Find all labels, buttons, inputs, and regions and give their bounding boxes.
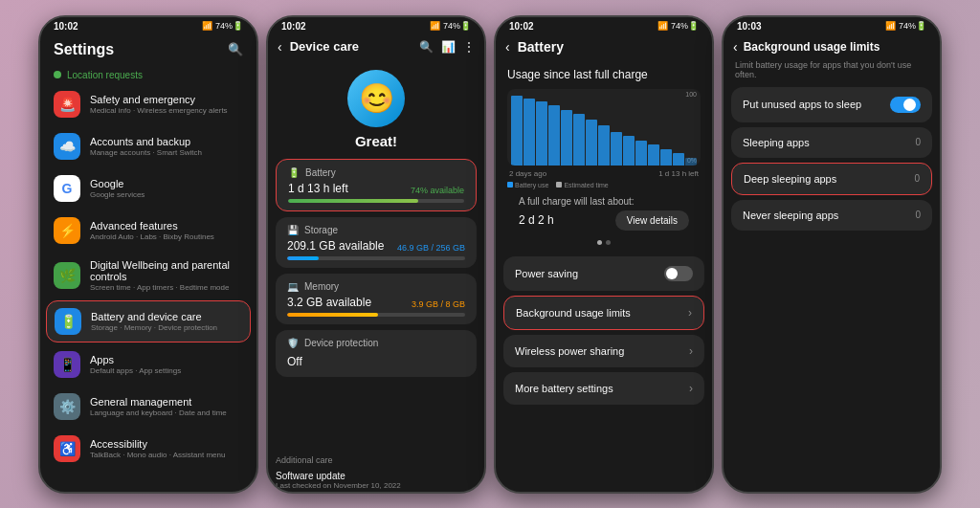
software-update[interactable]: Software update Last checked on November… (268, 469, 484, 492)
storage-progress-bg (287, 256, 465, 260)
view-details-button[interactable]: View details (615, 210, 689, 231)
screen-battery: ‹ Battery Usage since last full charge 1… (496, 33, 712, 492)
settings-item-accounts[interactable]: ☁️ Accounts and backup Manage accounts ·… (46, 126, 251, 166)
search-icon-2[interactable]: 🔍 (419, 40, 434, 54)
unused-sleep-toggle[interactable] (890, 97, 921, 113)
usage-title: Usage since last full charge (507, 68, 701, 81)
screen-device-care: ‹ Device care 🔍 📊 ⋮ 😊 Great! 🔋 Battery (268, 33, 484, 492)
accounts-text: Accounts and backup Manage accounts · Sm… (90, 136, 243, 157)
apps-title: Apps (90, 354, 243, 365)
bul-item-deep-sleeping[interactable]: Deep sleeping apps 0 (731, 163, 932, 195)
care-protection-icon: 🛡️ (287, 338, 299, 348)
back-arrow-2[interactable]: ‹ (278, 39, 282, 55)
google-icon: G (54, 175, 80, 202)
bar-14 (673, 153, 684, 165)
wireless-arrow: › (689, 344, 693, 358)
back-arrow-3[interactable]: ‹ (505, 39, 510, 55)
more-battery-label: More battery settings (515, 383, 613, 394)
bul-item-sleeping[interactable]: Sleeping apps 0 (731, 127, 932, 158)
settings-item-battery[interactable]: 🔋 Battery and device care Storage · Memo… (46, 300, 251, 342)
status-bar-4: 10:03 📶 74%🔋 (724, 17, 940, 33)
google-text: Google Google services (90, 178, 243, 199)
settings-item-apps[interactable]: 📱 Apps Default apps · App settings (46, 344, 251, 385)
deep-sleeping-count: 0 (914, 173, 920, 184)
care-item-protection[interactable]: 🛡️ Device protection Off (276, 330, 477, 377)
bar-6 (573, 114, 585, 165)
care-storage-icon: 💾 (287, 225, 299, 235)
bul-label: Background usage limits (516, 307, 631, 319)
status-icons-4: 📶 74%🔋 (885, 21, 926, 31)
page-dots (507, 236, 701, 249)
chart-time: 2 days ago 1 d 13 h left (507, 169, 701, 178)
power-saving-toggle[interactable] (664, 266, 693, 281)
more-icon[interactable]: ⋮ (463, 40, 475, 54)
battery-options: Power saving Background usage limits › W… (496, 253, 712, 413)
sleeping-label: Sleeping apps (743, 137, 810, 148)
battery-option-more[interactable]: More battery settings › (503, 372, 704, 405)
settings-item-digital[interactable]: 🌿 Digital Wellbeing and parental control… (46, 253, 251, 298)
chart-area: 100 0% (507, 89, 701, 166)
general-icon: ⚙️ (54, 393, 80, 420)
bul-arrow: › (688, 306, 692, 320)
digital-icon: 🌿 (54, 262, 80, 289)
settings-item-advanced[interactable]: ⚡ Advanced features Android Auto · Labs … (46, 210, 251, 251)
digital-title: Digital Wellbeing and parental controls (90, 259, 243, 282)
settings-item-accessibility[interactable]: ♿ Accessibility TalkBack · Mono audio · … (46, 429, 251, 469)
bar-15 (685, 158, 697, 166)
care-battery-icon: 🔋 (288, 167, 300, 178)
bar-11 (635, 141, 647, 166)
accounts-sub: Manage accounts · Smart Switch (90, 148, 243, 157)
battery-progress-bg (288, 199, 464, 203)
settings-list: 🚨 Safety and emergency Medical info · Wi… (40, 84, 256, 492)
google-title: Google (90, 178, 243, 189)
status-bar-3: 10:02 📶 74%🔋 (496, 17, 712, 33)
battery-care-sub: Storage · Memory · Device protection (91, 323, 242, 332)
full-charge-val: 2 d 2 h (507, 213, 566, 232)
bul-item-unused-sleep[interactable]: Put unused apps to sleep (731, 87, 932, 122)
settings-item-google[interactable]: G Google Google services (46, 168, 251, 209)
accounts-icon: ☁️ (54, 133, 80, 160)
care-memory-label: Memory (304, 281, 339, 292)
chart-label-100: 100 (685, 91, 697, 98)
care-battery-header: 🔋 Battery (288, 167, 464, 178)
status-icons-2: 📶 74%🔋 (430, 21, 471, 31)
chart-icon[interactable]: 📊 (441, 40, 456, 54)
care-item-battery[interactable]: 🔋 Battery 1 d 13 h left 74% available (276, 159, 477, 211)
settings-item-general[interactable]: ⚙️ General management Language and keybo… (46, 387, 251, 427)
battery-option-bul[interactable]: Background usage limits › (503, 296, 704, 330)
time-4: 10:03 (737, 21, 762, 32)
bul-title: Background usage limits (744, 40, 880, 54)
battery-header: ‹ Battery (496, 33, 712, 60)
accessibility-title: Accessibility (90, 438, 243, 450)
safety-text: Safety and emergency Medical info · Wire… (90, 94, 243, 115)
advanced-sub: Android Auto · Labs · Bixby Routines (90, 232, 243, 241)
accessibility-text: Accessibility TalkBack · Mono audio · As… (90, 438, 243, 459)
care-item-storage[interactable]: 💾 Storage 209.1 GB available 46.9 GB / 2… (276, 217, 477, 268)
back-arrow-4[interactable]: ‹ (733, 39, 738, 55)
bar-7 (586, 120, 597, 165)
time-3: 10:02 (509, 21, 534, 32)
bul-item-never-sleeping[interactable]: Never sleeping apps 0 (731, 200, 932, 231)
status-icons-3: 📶 74%🔋 (657, 21, 699, 31)
bul-subtitle: Limit battery usage for apps that you do… (724, 60, 940, 87)
legend-battery: Battery use (507, 182, 548, 188)
bar-4 (548, 105, 560, 165)
search-icon[interactable]: 🔍 (228, 42, 243, 56)
care-protection-label: Device protection (304, 338, 378, 348)
power-saving-label: Power saving (515, 268, 578, 279)
screen-bul: ‹ Background usage limits Limit battery … (724, 33, 940, 492)
chart-legend: Battery use Estimated time (507, 182, 701, 188)
battery-option-power-saving[interactable]: Power saving (503, 256, 704, 291)
care-item-memory[interactable]: 💻 Memory 3.2 GB available 3.9 GB / 8 GB (276, 274, 477, 324)
settings-item-safety[interactable]: 🚨 Safety and emergency Medical info · Wi… (46, 84, 251, 124)
care-memory-header: 💻 Memory (287, 281, 465, 292)
care-memory-value: 3.2 GB available (287, 296, 371, 309)
chart-time-left: 2 days ago (509, 169, 546, 178)
battery-option-wireless[interactable]: Wireless power sharing › (503, 335, 704, 367)
bar-1 (511, 96, 523, 165)
general-sub: Language and keyboard · Date and time (90, 409, 243, 417)
smiley-container: 😊 Great! (268, 60, 484, 159)
accessibility-icon: ♿ (54, 435, 80, 462)
never-sleeping-count: 0 (915, 210, 921, 220)
screen-settings: Settings 🔍 Location requests 🚨 Safety an… (40, 33, 256, 492)
